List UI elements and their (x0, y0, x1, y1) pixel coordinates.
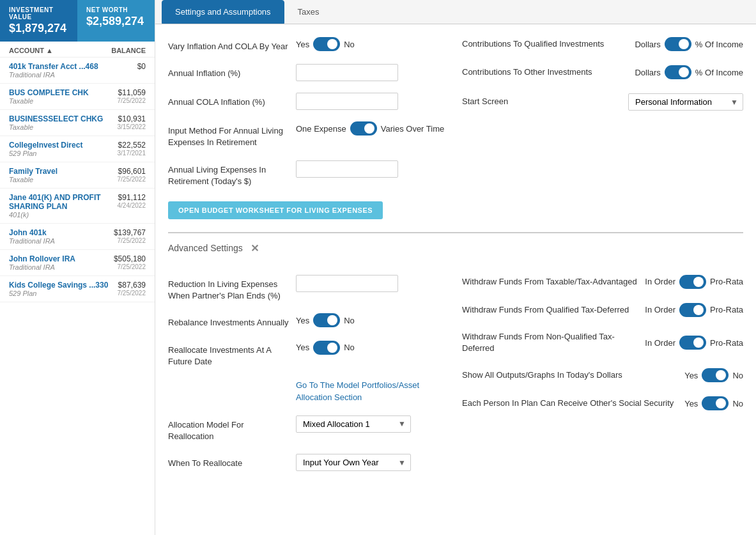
annual-cola-input[interactable]: 2.25 (296, 93, 398, 110)
vary-inflation-row: Vary Inflation And COLA By Year Yes No (168, 37, 449, 52)
annual-cola-control: 2.25 (296, 93, 449, 110)
withdraw-taxable-label: Withdraw Funds From Taxable/Tax-Advantag… (462, 276, 645, 288)
list-item[interactable]: Kids College Savings ...330 529 Plan $87… (0, 276, 155, 302)
contrib-qualified-pct: % Of Income (695, 40, 743, 49)
each-person-toggle[interactable] (702, 396, 729, 410)
list-item[interactable]: BUSINESSSELECT CHKG Taxable $10,931 3/15… (0, 110, 155, 136)
account-balance: $22,552 (118, 141, 146, 150)
withdraw-nonqualified-toggle[interactable] (679, 336, 706, 350)
top-section: Vary Inflation And COLA By Year Yes No (168, 37, 743, 233)
account-type: Taxable (9, 123, 103, 131)
start-screen-select[interactable]: Personal Information (628, 93, 743, 111)
main-content: Settings and Assumptions Taxes Vary Infl… (155, 0, 756, 535)
list-item[interactable]: CollegeInvest Direct 529 Plan $22,552 3/… (0, 136, 155, 162)
contrib-qualified-dollars: Dollars (635, 40, 660, 49)
account-type: 529 Plan (9, 150, 82, 157)
advanced-right: Withdraw Funds From Taxable/Tax-Advantag… (462, 275, 743, 483)
annual-inflation-label: Annual Inflation (%) (168, 64, 296, 79)
goto-link[interactable]: Go To The Model Portfolios/Asset Allocat… (296, 380, 419, 403)
reduction-label: Reduction In Living Expenses When Partne… (168, 275, 296, 302)
withdraw-qualified-row: Withdraw Funds From Qualified Tax-Deferr… (462, 303, 743, 317)
accounts-header: ACCOUNT ▲ BALANCE (0, 42, 155, 58)
input-method-toggle[interactable] (350, 121, 377, 136)
withdraw-qualified-toggle[interactable] (679, 303, 706, 317)
advanced-title: Advanced Settings (168, 243, 243, 253)
list-item[interactable]: 401k Transfer Acct ...468 Traditional IR… (0, 58, 155, 84)
contrib-other-toggle[interactable] (665, 65, 691, 79)
vary-inflation-toggle[interactable] (313, 37, 340, 51)
withdraw-taxable-in-order: In Order (645, 277, 675, 286)
rebalance-no-label: No (344, 316, 355, 325)
annual-inflation-row: Annual Inflation (%) 2.5 (168, 64, 449, 81)
list-item[interactable]: BUS COMPLETE CHK Taxable $11,059 7/25/20… (0, 84, 155, 110)
account-date: 7/25/2022 (118, 176, 146, 183)
right-col: Contributions To Qualified Investments D… (462, 37, 743, 219)
goto-link-row: Go To The Model Portfolios/Asset Allocat… (168, 379, 449, 404)
advanced-close-btn[interactable]: ✕ (251, 242, 259, 254)
sidebar-header: INVESTMENT VALUE $1,879,274 NET WORTH $2… (0, 0, 155, 42)
show-outputs-toggle[interactable] (702, 368, 729, 382)
list-item[interactable]: Family Travel Taxable $96,601 7/25/2022 (0, 162, 155, 189)
annual-cola-row: Annual COLA Inflation (%) 2.25 (168, 93, 449, 110)
contrib-qualified-toggle[interactable] (665, 37, 691, 51)
input-method-row: Input Method For Annual Living Expenses … (168, 121, 449, 148)
allocation-model-row: Allocation Model For Reallocation Mixed … (168, 415, 449, 442)
withdraw-nonqualified-row: Withdraw Funds From Non-Qualified Tax-De… (462, 331, 743, 354)
tab-taxes[interactable]: Taxes (284, 0, 333, 24)
reallocate-toggle[interactable] (313, 341, 340, 355)
withdraw-taxable-pro-rata: Pro-Rata (710, 277, 743, 286)
account-list: 401k Transfer Acct ...468 Traditional IR… (0, 58, 155, 535)
input-method-toggle-group: One Expense Varies Over Time (296, 121, 449, 136)
list-item[interactable]: John 401k Traditional IRA $139,767 7/25/… (0, 224, 155, 250)
each-person-label: Each Person In Plan Can Receive Other's … (462, 398, 684, 409)
reallocate-row: Reallocate Investments At A Future Date … (168, 341, 449, 368)
account-name: Family Travel (9, 167, 58, 176)
sidebar: INVESTMENT VALUE $1,879,274 NET WORTH $2… (0, 0, 155, 535)
account-type: 401(k) (9, 211, 118, 219)
rebalance-toggle[interactable] (313, 313, 340, 327)
withdraw-taxable-controls: In Order Pro-Rata (645, 275, 743, 289)
account-name: BUS COMPLETE CHK (9, 88, 89, 97)
allocation-model-dropdown-wrap: Mixed Allocation 1 ▼ (296, 415, 411, 433)
show-outputs-controls: Yes No (684, 368, 743, 382)
annual-cola-label: Annual COLA Inflation (%) (168, 93, 296, 108)
when-reallocate-row: When To Reallocate Input Your Own Year ▼ (168, 454, 449, 471)
annual-living-input[interactable]: 85,000 (296, 160, 398, 178)
withdraw-qualified-controls: In Order Pro-Rata (645, 303, 743, 317)
account-name: 401k Transfer Acct ...468 (9, 62, 98, 71)
annual-living-row: Annual Living Expenses In Retirement (To… (168, 160, 449, 187)
start-screen-controls: Personal Information ▼ (628, 93, 743, 111)
allocation-model-label: Allocation Model For Reallocation (168, 415, 296, 442)
show-outputs-row: Show All Outputs/Graphs In Today's Dolla… (462, 368, 743, 382)
contrib-other-controls: Dollars % Of Income (635, 65, 743, 79)
withdraw-taxable-toggle[interactable] (679, 275, 706, 289)
withdraw-qualified-label: Withdraw Funds From Qualified Tax-Deferr… (462, 304, 645, 316)
when-reallocate-select[interactable]: Input Your Own Year (296, 454, 411, 471)
input-method-varies-label: Varies Over Time (381, 124, 444, 134)
accounts-col-header[interactable]: ACCOUNT ▲ (9, 47, 53, 54)
list-item[interactable]: John Rollover IRA Traditional IRA $505,1… (0, 250, 155, 276)
withdraw-nonqualified-pro-rata: Pro-Rata (710, 338, 743, 348)
tab-settings[interactable]: Settings and Assumptions (162, 0, 284, 24)
start-screen-row: Start Screen Personal Information ▼ (462, 93, 743, 111)
vary-inflation-control: Yes No (296, 37, 449, 51)
account-name: BUSINESSSELECT CHKG (9, 114, 103, 123)
budget-button[interactable]: OPEN BUDGET WORKSHEET FOR LIVING EXPENSE… (168, 201, 383, 219)
content-area: Vary Inflation And COLA By Year Yes No (155, 24, 756, 535)
reduction-control: 33 (296, 275, 449, 292)
each-person-controls: Yes No (684, 396, 743, 410)
show-outputs-label: Show All Outputs/Graphs In Today's Dolla… (462, 369, 684, 381)
advanced-left: Reduction In Living Expenses When Partne… (168, 275, 449, 483)
each-person-no: No (732, 399, 743, 408)
allocation-model-select[interactable]: Mixed Allocation 1 (296, 415, 411, 433)
advanced-grid: Reduction In Living Expenses When Partne… (168, 266, 743, 483)
allocation-model-control: Mixed Allocation 1 ▼ (296, 415, 449, 433)
contrib-qualified-label: Contributions To Qualified Investments (462, 38, 635, 50)
reduction-input[interactable]: 33 (296, 275, 398, 292)
when-reallocate-dropdown-wrap: Input Your Own Year ▼ (296, 454, 411, 471)
annual-inflation-input[interactable]: 2.5 (296, 64, 398, 81)
list-item[interactable]: Jane 401(K) AND PROFIT SHARING PLAN 401(… (0, 189, 155, 224)
withdraw-qualified-in-order: In Order (645, 305, 675, 314)
advanced-header: Advanced Settings ✕ (168, 233, 743, 254)
account-balance: $96,601 (118, 167, 146, 176)
